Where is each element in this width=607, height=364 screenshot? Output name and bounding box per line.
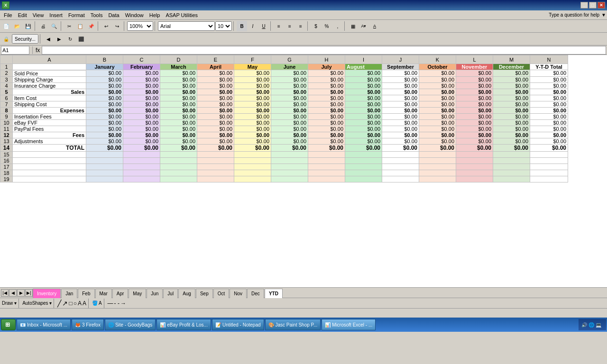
draw-label[interactable]: Draw ▾ [2,300,17,306]
stop-btn[interactable]: ⬛ [76,34,86,44]
cell-2-5[interactable]: $0.00 [271,70,308,77]
cell-a14[interactable]: TOTAL [13,144,86,151]
cell-17-12[interactable] [530,164,568,170]
line-tool[interactable]: ╱ [57,300,61,307]
cell-13-2[interactable]: $0.00 [160,138,197,144]
copy-btn[interactable]: 📋 [75,21,85,31]
cell-7-10[interactable]: $0.00 [456,101,493,107]
cell-15-4[interactable] [234,151,271,157]
cell-17-10[interactable] [456,164,493,170]
cell-5-4[interactable]: $0.00 [234,89,271,95]
cell-a9[interactable]: Insertation Fees [13,113,86,119]
cell-5-11[interactable]: $0.00 [493,89,530,95]
cell-15-10[interactable] [456,151,493,157]
cell-8-7[interactable]: $0.00 [345,107,382,113]
cell-a1[interactable] [13,64,86,70]
cell-d1[interactable]: March [160,64,197,70]
autoshapes-label[interactable]: AutoShapes ▾ [22,300,52,306]
col-header-j[interactable]: J [382,55,419,64]
menu-file[interactable]: File [1,11,15,19]
col-header-f[interactable]: F [234,55,271,64]
window-controls[interactable]: _ □ ✕ [580,2,605,9]
cell-15-8[interactable] [382,151,419,157]
cell-2-6[interactable]: $0.00 [308,70,345,77]
taskbar-btn-inbox---microsoft-...[interactable]: 📧Inbox - Microsoft ... [17,319,71,330]
cell-2-8[interactable]: $0.00 [382,70,419,77]
cell-15-6[interactable] [308,151,345,157]
taskbar-btn-microsoft-excel---...[interactable]: 📊Microsoft Excel - ... [322,319,376,330]
cell-11-1[interactable]: $0.00 [123,126,160,132]
cell-4-3[interactable]: $0.00 [197,82,234,89]
cell-7-5[interactable]: $0.00 [271,101,308,107]
underline-btn[interactable]: U [258,21,269,31]
cell-9-4[interactable]: $0.00 [234,113,271,119]
cell-8-1[interactable]: $0.00 [123,107,160,113]
cell-9-1[interactable]: $0.00 [123,113,160,119]
cell-3-1[interactable]: $0.00 [123,76,160,82]
cell-19-8[interactable] [382,176,419,182]
cell-9-3[interactable]: $0.00 [197,113,234,119]
cell-7-6[interactable]: $0.00 [308,101,345,107]
cell-12-2[interactable]: $0.00 [160,132,197,138]
cell-4-0[interactable]: $0.00 [86,82,123,89]
cell-19-11[interactable] [493,176,530,182]
cell-15-5[interactable] [271,151,308,157]
sheet-tab-jan[interactable]: Jan [61,289,77,298]
zoom-select[interactable]: 100% [127,21,153,31]
cell-11-5[interactable]: $0.00 [271,126,308,132]
cell-10-0[interactable]: $0.00 [86,119,123,126]
arrow-tool[interactable]: ↗ [62,300,68,307]
cell-11-2[interactable]: $0.00 [160,126,197,132]
cell-7-8[interactable]: $0.00 [382,101,419,107]
cell-a19[interactable] [13,176,86,182]
cell-19-4[interactable] [234,176,271,182]
cell-19-12[interactable] [530,176,568,182]
cell-i1[interactable]: August [345,64,382,70]
cell-12-7[interactable]: $0.00 [345,132,382,138]
cell-6-8[interactable]: $0.00 [382,95,419,101]
cell-12-5[interactable]: $0.00 [271,132,308,138]
tab-last-btn[interactable]: ▶| [25,289,33,297]
cell-a5[interactable]: Sales [13,89,86,95]
cell-12-4[interactable]: $0.00 [234,132,271,138]
taskbar-btn-ebay-profit-&-los...[interactable]: 📊eBay Profit & Los... [156,319,211,330]
cell-12-0[interactable]: $0.00 [86,132,123,138]
menu-tools[interactable]: Tools [88,11,106,19]
currency-btn[interactable]: $ [311,21,321,31]
cell-4-11[interactable]: $0.00 [493,82,530,89]
sheet-tab-inventory[interactable]: Inventory [33,289,61,298]
cell-19-10[interactable] [456,176,493,182]
cell-13-0[interactable]: $0.00 [86,138,123,144]
cell-15-7[interactable] [345,151,382,157]
cell-9-11[interactable]: $0.00 [493,113,530,119]
align-center-btn[interactable]: ≡ [285,21,295,31]
cell-6-4[interactable]: $0.00 [234,95,271,101]
cell-a16[interactable] [13,157,86,164]
save-btn[interactable]: 💾 [23,21,33,31]
cell-13-8[interactable]: $0.00 [382,138,419,144]
cell-10-1[interactable]: $0.00 [123,119,160,126]
sheet-tab-mar[interactable]: Mar [95,289,112,298]
sheet-tab-dec[interactable]: Dec [247,289,264,298]
cell-10-9[interactable]: $0.00 [419,119,456,126]
cell-7-1[interactable]: $0.00 [123,101,160,107]
cell-11-3[interactable]: $0.00 [197,126,234,132]
sheet-tab-aug[interactable]: Aug [178,289,195,298]
cell-6-6[interactable]: $0.00 [308,95,345,101]
cell-8-11[interactable]: $0.00 [493,107,530,113]
cell-6-2[interactable]: $0.00 [160,95,197,101]
cell-5-9[interactable]: $0.00 [419,89,456,95]
cell-3-4[interactable]: $0.00 [234,76,271,82]
taskbar-btn-untitled---notepad[interactable]: 📝Untitled - Notepad [212,319,264,330]
cell-8-6[interactable]: $0.00 [308,107,345,113]
align-right-btn[interactable]: ≡ [295,21,306,31]
preview-btn[interactable]: 🔍 [49,21,59,31]
cell-6-12[interactable]: $0.00 [530,95,568,101]
cell-2-10[interactable]: $0.00 [456,70,493,77]
cell-15-0[interactable] [86,151,123,157]
cell-10-8[interactable]: $0.00 [382,119,419,126]
col-header-d[interactable]: D [160,55,197,64]
cell-3-12[interactable]: $0.00 [530,76,568,82]
cell-8-5[interactable]: $0.00 [271,107,308,113]
cell-4-10[interactable]: $0.00 [456,82,493,89]
